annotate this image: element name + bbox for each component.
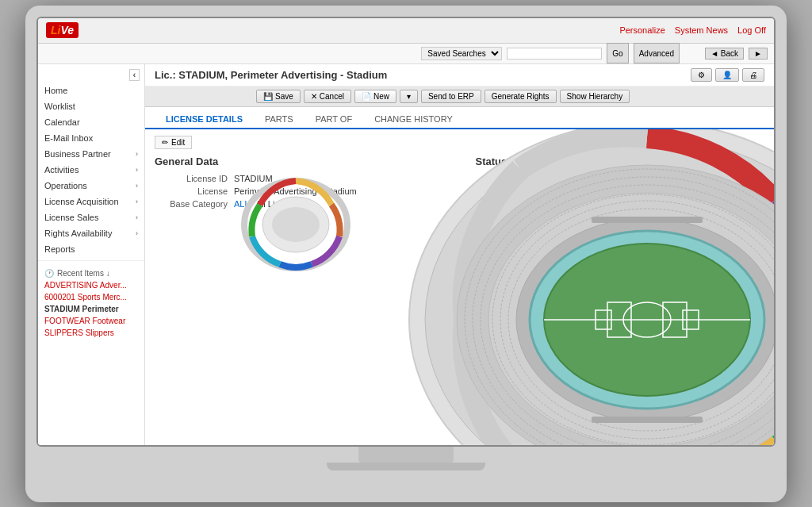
sidebar-item-license-sales[interactable]: License Sales › <box>38 209 144 225</box>
log-off-link[interactable]: Log Off <box>737 25 766 35</box>
chevron-right-icon: › <box>136 198 138 205</box>
svg-rect-16 <box>592 217 703 223</box>
sidebar-item-business-partner[interactable]: Business Partner › <box>38 146 144 162</box>
app-logo: LiVe <box>46 22 79 38</box>
chevron-right-icon: › <box>136 182 138 190</box>
sidebar-item-operations[interactable]: Operations › <box>38 178 144 194</box>
page-title: Lic.: STADIUM, Perimeter Advertising - S… <box>155 69 387 81</box>
monitor: LiVe Personalize System News Log Off Sav… <box>25 6 787 502</box>
top-bar: LiVe Personalize System News Log Off <box>38 18 774 44</box>
sidebar-item-license-acquisition[interactable]: License Acquisition › <box>38 194 144 209</box>
main-layout: ‹ Home Worklist Calendar E-Mail Inbox Bu… <box>38 64 774 445</box>
new-button[interactable]: 📄 New <box>354 90 396 103</box>
new-dropdown-button[interactable]: ▾ <box>400 90 418 103</box>
saved-searches-select[interactable]: Saved Searches <box>421 47 502 60</box>
sidebar-item-reports[interactable]: Reports <box>38 241 144 257</box>
icon-btn-1[interactable]: ⚙ <box>691 68 712 82</box>
chevron-right-icon: › <box>136 150 138 158</box>
recent-item-slippers[interactable]: SLIPPERS Slippers <box>38 327 144 339</box>
clock-icon: 🕐 <box>44 269 54 278</box>
save-button[interactable]: 💾 Save <box>256 90 301 103</box>
sidebar-collapse: ‹ <box>38 67 144 83</box>
sidebar-item-rights-availability[interactable]: Rights Availability › <box>38 225 144 241</box>
recent-item-advertising[interactable]: ADVERTISING Adver... <box>38 279 144 291</box>
license-id-label: License ID <box>155 174 234 183</box>
save-icon: 💾 <box>263 92 273 101</box>
svg-rect-17 <box>592 417 703 423</box>
base-category-label: Base Category <box>155 199 234 209</box>
license-details-content: ✏ Edit General Data License ID STADIUM L… <box>145 129 774 445</box>
chevron-right-icon: › <box>136 166 138 174</box>
recent-item-sports[interactable]: 6000201 Sports Merc... <box>38 291 144 303</box>
license-label: License <box>155 186 234 196</box>
title-actions: ⚙ 👤 🖨 <box>691 68 764 82</box>
tab-part-of[interactable]: PART OF <box>304 110 363 129</box>
personalize-link[interactable]: Personalize <box>619 25 665 35</box>
system-news-link[interactable]: System News <box>675 25 728 35</box>
collapse-button[interactable]: ‹ <box>129 69 140 81</box>
monitor-base <box>327 463 485 471</box>
go-button[interactable]: Go <box>607 43 628 63</box>
search-bar: Saved Searches Go Advanced ◄ Back ► <box>38 44 774 64</box>
cancel-button[interactable]: ✕ Cancel <box>304 90 351 103</box>
recent-item-stadium[interactable]: STADIUM Perimeter <box>38 303 144 315</box>
sidebar-item-calendar[interactable]: Calendar <box>38 114 144 130</box>
sidebar-item-home[interactable]: Home <box>38 83 144 98</box>
sidebar-divider <box>38 260 144 261</box>
top-right-links: Personalize System News Log Off <box>619 25 766 35</box>
edit-button[interactable]: ✏ Edit <box>155 136 192 149</box>
icon-btn-3[interactable]: 🖨 <box>742 68 764 82</box>
chevron-right-icon: › <box>136 229 138 237</box>
search-input[interactable] <box>507 48 602 60</box>
tab-change-history[interactable]: CHANGE HISTORY <box>363 110 464 129</box>
sidebar-item-worklist[interactable]: Worklist <box>38 98 144 114</box>
back-button[interactable]: ◄ Back <box>705 48 744 60</box>
chevron-right-icon: › <box>136 213 138 221</box>
screen: LiVe Personalize System News Log Off Sav… <box>36 17 776 447</box>
monitor-stand <box>358 447 454 463</box>
show-hierarchy-button[interactable]: Show Hierarchy <box>560 90 630 103</box>
cancel-icon: ✕ <box>311 92 317 101</box>
toolbar: 💾 Save ✕ Cancel 📄 New ▾ Send to ERP Gene… <box>145 86 774 107</box>
send-to-erp-button[interactable]: Send to ERP <box>421 90 481 103</box>
edit-icon: ✏ <box>162 138 168 147</box>
advanced-button[interactable]: Advanced <box>634 43 680 63</box>
new-icon: 📄 <box>362 92 371 101</box>
sidebar-item-activities[interactable]: Activities › <box>38 162 144 178</box>
content-area: Lic.: STADIUM, Perimeter Advertising - S… <box>145 64 774 445</box>
tabs: LICENSE DETAILS PARTS PART OF CHANGE HIS… <box>145 110 774 129</box>
sidebar: ‹ Home Worklist Calendar E-Mail Inbox Bu… <box>38 64 145 445</box>
recent-items-header: 🕐 Recent Items ↓ <box>38 264 144 279</box>
icon-btn-2[interactable]: 👤 <box>715 68 739 82</box>
generate-rights-button[interactable]: Generate Rights <box>485 90 557 103</box>
forward-button[interactable]: ► <box>749 48 768 60</box>
sidebar-item-email[interactable]: E-Mail Inbox <box>38 130 144 146</box>
stadium-large-visualization <box>314 129 774 445</box>
svg-point-2 <box>272 207 320 242</box>
tab-license-details[interactable]: LICENSE DETAILS <box>155 110 254 129</box>
recent-item-footwear[interactable]: FOOTWEAR Footwear <box>38 315 144 327</box>
tab-parts[interactable]: PARTS <box>254 110 304 129</box>
